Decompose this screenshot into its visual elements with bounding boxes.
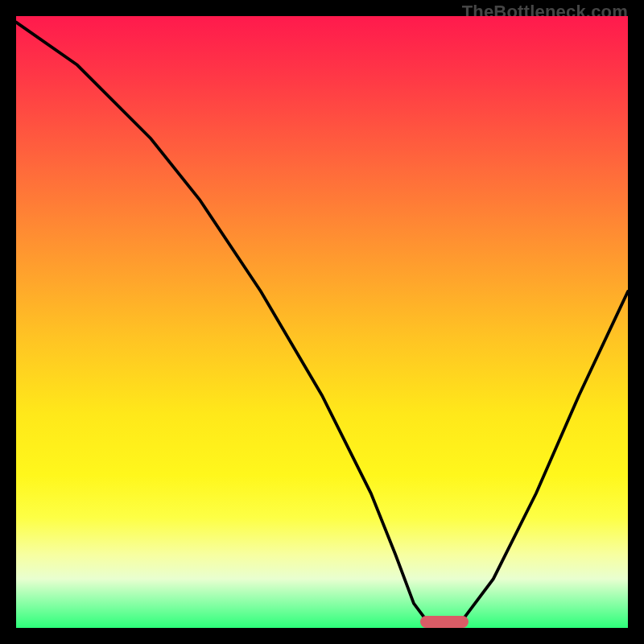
bottleneck-curve (16, 16, 628, 628)
chart-frame: TheBottleneck.com (0, 0, 644, 644)
optimal-range-marker (420, 616, 469, 628)
